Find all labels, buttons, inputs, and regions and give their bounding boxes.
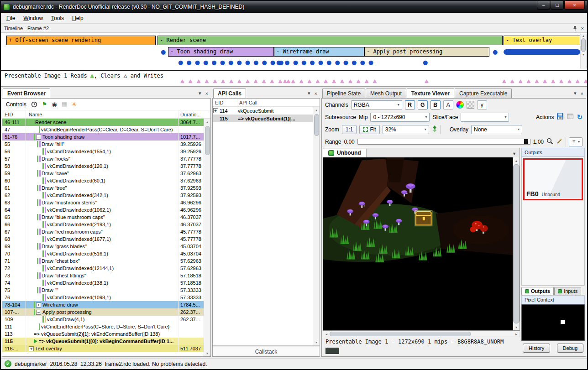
scroll-down-icon[interactable]: ▼ bbox=[513, 324, 520, 330]
timeline-post-draw-dot[interactable]: ● bbox=[423, 59, 431, 66]
refresh-icon[interactable]: ↻ bbox=[577, 113, 583, 121]
dock-close-icon[interactable]: × bbox=[205, 91, 208, 96]
api-call-row[interactable]: + 114 vkQueueSubmit bbox=[213, 107, 313, 115]
event-row[interactable]: 111 vkCmdEndRenderPass(C=Store, D=Store,… bbox=[2, 323, 204, 330]
dock-menu-icon[interactable]: ▾ bbox=[308, 90, 310, 96]
debug-button[interactable]: Debug bbox=[557, 344, 583, 353]
event-row[interactable]: 109 vkCmdDraw(4,1) 262.37... bbox=[2, 316, 204, 323]
scroll-down-icon[interactable]: ▼ bbox=[313, 339, 320, 345]
event-row[interactable]: 62 vkCmdDrawIndexed(342,1) 37.92593 bbox=[2, 192, 204, 199]
tab-list-chevron-icon[interactable]: ▼ bbox=[509, 151, 520, 157]
dock-close-icon[interactable]: × bbox=[315, 91, 317, 96]
zoom-1to1-button[interactable]: 1:1 bbox=[342, 125, 357, 134]
event-row[interactable]: 57 Draw "rocks" 37.77778 bbox=[2, 155, 204, 162]
tab-api-calls[interactable]: API Calls bbox=[213, 89, 246, 98]
event-row[interactable]: 78-104 +Wireframe draw 1784.5... bbox=[2, 301, 204, 308]
event-row[interactable]: 107-... −Apply post processing 262.37... bbox=[2, 308, 204, 316]
event-row[interactable]: 71 Draw "chest box" 57.62963 bbox=[2, 257, 204, 265]
scroll-thumb[interactable] bbox=[581, 38, 586, 52]
timeline-marker-postprocess[interactable]: - Apply post processing bbox=[364, 47, 489, 57]
menu-file[interactable]: File bbox=[2, 13, 19, 23]
scroll-down-icon[interactable]: ▼ bbox=[204, 350, 210, 356]
save-texture-icon[interactable] bbox=[556, 113, 564, 121]
timeline-marker-toon[interactable]: - Toon shading draw bbox=[168, 47, 274, 57]
event-row[interactable]: 46-111 Render scene 3064.7... bbox=[2, 119, 204, 126]
write-markers-toon[interactable]: ▲▲▲▲▲▲▲▲▲▲▲▲▲▲ bbox=[179, 78, 294, 84]
toolbar-overflow-button[interactable]: ≡▾ bbox=[569, 137, 583, 146]
write-markers-overlay[interactable]: ▲▲▲▲▲▲▲▲▲▲▲▲▲ bbox=[501, 78, 587, 84]
timeline-event-dot[interactable]: ● bbox=[493, 48, 501, 55]
scroll-thumb[interactable] bbox=[513, 164, 520, 323]
write-marker-post[interactable]: ▲ bbox=[424, 78, 432, 84]
fit-button[interactable]: Fit bbox=[359, 125, 379, 134]
texture-tab-unbound[interactable]: Unbound bbox=[323, 149, 367, 157]
range-slider-handle[interactable] bbox=[524, 139, 528, 144]
timeline-marker-render-scene[interactable]: - Render scene bbox=[158, 36, 503, 45]
menu-window[interactable]: Window bbox=[19, 13, 47, 23]
event-row[interactable]: 68 vkCmdDrawIndexed(1677,1) 45.77778 bbox=[2, 235, 204, 243]
scroll-up-icon[interactable]: ▲ bbox=[513, 157, 520, 164]
channel-red-button[interactable]: R bbox=[405, 100, 415, 109]
timeline-close-icon[interactable]: × bbox=[581, 26, 584, 31]
texture-image[interactable] bbox=[323, 157, 513, 330]
zoom-range-icon[interactable] bbox=[546, 138, 553, 146]
event-row[interactable]: 59 Draw "cave" 37.62963 bbox=[2, 170, 204, 177]
find-event-icon[interactable]: ◉ bbox=[52, 101, 57, 107]
close-button[interactable]: × bbox=[564, 1, 585, 10]
timeline-scrollbar[interactable]: ▲▼ bbox=[580, 34, 587, 68]
range-min-value[interactable]: 0.00 bbox=[344, 139, 354, 145]
flip-y-icon[interactable] bbox=[432, 125, 437, 134]
options-icon[interactable]: ✳ bbox=[72, 101, 77, 107]
event-row[interactable]: 65 Draw "blue mushroom caps" 46.37037 bbox=[2, 214, 204, 221]
event-row[interactable]: 47 vkCmdBeginRenderPass(C=Clear, D=Clear… bbox=[2, 126, 204, 133]
pin-icon[interactable] bbox=[572, 26, 578, 31]
pixel-context-view[interactable] bbox=[521, 304, 585, 341]
event-row[interactable]: 60 vkCmdDrawIndexed(60,1) 37.62963 bbox=[2, 177, 204, 184]
tab-mesh-output[interactable]: Mesh Output bbox=[366, 89, 406, 98]
menu-help[interactable]: Help bbox=[68, 13, 88, 23]
event-row[interactable]: 73 Draw "chest fittings" 57.18518 bbox=[2, 272, 204, 279]
event-row[interactable]: 66 vkCmdDrawIndexed(2193,1) 46.37037 bbox=[2, 221, 204, 228]
event-row[interactable]: 67 Draw "red mushroom caps" 45.77778 bbox=[2, 228, 204, 235]
dock-menu-icon[interactable]: ▾ bbox=[574, 90, 577, 96]
dock-menu-icon[interactable]: ▾ bbox=[199, 90, 201, 96]
mip-select[interactable]: 0 - 1272x690▾ bbox=[370, 113, 430, 122]
event-row[interactable]: 61 Draw "tree" 37.92593 bbox=[2, 184, 204, 192]
event-row[interactable]: 115 => vkQueueSubmit(1)[0]: vkBeginComma… bbox=[2, 338, 204, 345]
fb0-thumbnail[interactable]: FB0 Unbound bbox=[523, 158, 583, 200]
timeline-overlay-draws-pill[interactable] bbox=[504, 49, 580, 55]
timeline-marker-text-overlay[interactable]: - Text overlay bbox=[504, 36, 580, 45]
api-calls-scrollbar[interactable]: ▲ ▼ bbox=[313, 107, 320, 345]
column-duration[interactable]: Duratio... bbox=[178, 110, 210, 118]
expander-icon[interactable]: + bbox=[36, 302, 41, 307]
custom-shader-icon[interactable] bbox=[456, 101, 464, 109]
scroll-up-icon[interactable]: ▲ bbox=[204, 119, 210, 125]
timeline-toon-draw-dots[interactable]: ●●●●●●●●●●●●● bbox=[178, 59, 287, 66]
autofit-wand-icon[interactable] bbox=[556, 138, 563, 146]
event-row[interactable]: 58 vkCmdDrawIndexed(120,1) 37.77778 bbox=[2, 162, 204, 170]
event-row[interactable]: 69 Draw "grass blades" 45.03704 bbox=[2, 243, 204, 250]
event-row[interactable]: 113 => vkQueueSubmit(2)[1]: vkEndCommand… bbox=[2, 330, 204, 338]
channel-blue-button[interactable]: B bbox=[430, 100, 441, 109]
scroll-up-icon[interactable]: ▲ bbox=[313, 107, 320, 113]
channels-select[interactable]: RGBA▾ bbox=[351, 100, 402, 109]
expander-icon[interactable]: − bbox=[36, 135, 41, 140]
zoom-percent-input[interactable]: 32%▾ bbox=[383, 125, 429, 134]
write-markers-wireframe[interactable]: ▲▲▲▲▲▲▲▲▲▲▲▲ bbox=[282, 78, 380, 84]
scroll-thumb[interactable] bbox=[205, 126, 210, 155]
tab-event-browser[interactable]: Event Browser bbox=[3, 89, 50, 98]
gamma-button[interactable]: γ bbox=[477, 100, 487, 109]
event-row[interactable]: 74 vkCmdDrawIndexed(138,1) 57.18518 bbox=[2, 279, 204, 287]
expander-icon[interactable]: + bbox=[213, 108, 218, 113]
dock-close-icon[interactable]: × bbox=[581, 91, 583, 96]
timeline-wireframe-draw-dots[interactable]: ●●●●●●●●●●●● bbox=[276, 59, 377, 66]
channel-green-button[interactable]: G bbox=[418, 100, 428, 109]
api-call-row[interactable]: 115 => vkQueueSubmit(1)[... bbox=[213, 115, 313, 122]
event-browser-scrollbar[interactable]: ▲ ▼ bbox=[204, 119, 210, 356]
column-name[interactable]: Name bbox=[26, 112, 178, 117]
timeline-marker-wireframe[interactable]: - Wireframe draw bbox=[274, 47, 364, 57]
export-icon[interactable]: ▦ bbox=[62, 101, 67, 107]
open-new-window-icon[interactable] bbox=[567, 113, 574, 121]
slice-face-select[interactable]: ▾ bbox=[461, 113, 509, 122]
tab-pipeline-state[interactable]: Pipeline State bbox=[322, 89, 365, 98]
